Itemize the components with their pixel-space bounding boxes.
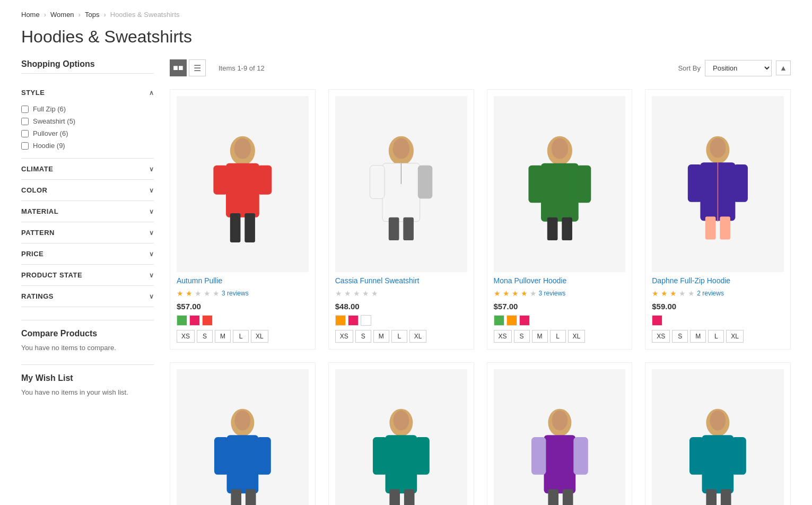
size-s-3[interactable]: S [514, 330, 530, 343]
breadcrumb-home[interactable]: Home [21, 11, 40, 19]
product-name-4[interactable]: Daphne Full-Zip Hoodie [652, 276, 784, 285]
size-xl-4[interactable]: XL [726, 330, 744, 343]
breadcrumb-tops[interactable]: Tops [85, 11, 99, 19]
star-4-3: ★ [670, 289, 677, 298]
product-image-6 [335, 369, 467, 505]
size-xs-3[interactable]: XS [494, 330, 512, 343]
filter-header-ratings[interactable]: RATINGS ∨ [21, 286, 154, 307]
swatch-2-orange[interactable] [335, 315, 346, 326]
filter-option-hoodie[interactable]: Hoodie (9) [21, 140, 154, 152]
swatch-4-pink[interactable] [652, 315, 662, 326]
star-2-1: ★ [335, 289, 342, 298]
size-l-4[interactable]: L [708, 330, 724, 343]
size-m-1[interactable]: M [215, 330, 231, 343]
swatch-1-red[interactable] [202, 315, 213, 326]
filter-section-climate: CLIMATE ∨ [21, 159, 154, 180]
list-view-button[interactable]: ☰ [189, 59, 206, 76]
review-link-1[interactable]: 3 reviews [222, 290, 249, 297]
color-swatches-3 [494, 315, 626, 326]
checkbox-pullover[interactable] [21, 130, 29, 137]
size-xs-4[interactable]: XS [652, 330, 670, 343]
swatch-2-white[interactable] [361, 315, 371, 326]
size-s-2[interactable]: S [355, 330, 371, 343]
filter-header-color[interactable]: COLOR ∨ [21, 180, 154, 201]
svg-rect-46 [531, 438, 546, 475]
swatch-3-pink[interactable] [519, 315, 530, 326]
size-l-1[interactable]: L [233, 330, 249, 343]
size-xs-2[interactable]: XS [335, 330, 353, 343]
checkbox-fullzip[interactable] [21, 106, 29, 113]
size-xs-1[interactable]: XS [177, 330, 195, 343]
svg-rect-1 [226, 163, 259, 217]
size-s-4[interactable]: S [672, 330, 688, 343]
product-figure-1 [177, 126, 309, 242]
product-figure-3 [494, 126, 626, 242]
filter-header-climate[interactable]: CLIMATE ∨ [21, 159, 154, 179]
svg-rect-48 [548, 490, 558, 505]
filter-section-price: PRICE ∨ [21, 243, 154, 265]
breadcrumb-sep-3: › [103, 11, 106, 19]
svg-rect-11 [389, 217, 399, 240]
size-l-3[interactable]: L [550, 330, 566, 343]
grid-view-button[interactable]: ■■ [170, 59, 187, 76]
filter-header-price[interactable]: PRICE ∨ [21, 243, 154, 264]
size-m-4[interactable]: M [690, 330, 706, 343]
review-link-4[interactable]: 2 reviews [697, 290, 724, 297]
star-3-3: ★ [512, 289, 519, 298]
swatch-3-green[interactable] [494, 315, 504, 326]
compare-products-section: Compare Products You have no items to co… [21, 320, 154, 352]
product-name-3[interactable]: Mona Pullover Hoodie [494, 276, 626, 285]
svg-rect-19 [547, 217, 557, 240]
star-1-4: ★ [204, 289, 211, 298]
size-xl-2[interactable]: XL [409, 330, 427, 343]
swatch-1-pink[interactable] [189, 315, 200, 326]
chevron-color-icon: ∨ [149, 187, 154, 194]
review-link-3[interactable]: 3 reviews [539, 290, 566, 297]
svg-rect-38 [385, 436, 417, 494]
breadcrumb-women[interactable]: Women [50, 11, 74, 19]
product-name-2[interactable]: Cassia Funnel Sweatshirt [335, 276, 467, 285]
product-image-5 [177, 369, 309, 505]
filter-header-pattern[interactable]: PATTERN ∨ [21, 222, 154, 243]
svg-rect-17 [528, 165, 543, 203]
breadcrumb-current: Hoodies & Sweatshirts [110, 11, 180, 19]
star-2-3: ★ [353, 289, 360, 298]
filter-header-material[interactable]: MATERIAL ∨ [21, 201, 154, 222]
product-image-3 [494, 96, 626, 272]
product-figure-7 [494, 398, 626, 505]
filter-label-price: PRICE [21, 250, 43, 258]
filter-header-product-state[interactable]: PRODUCT STATE ∨ [21, 265, 154, 285]
size-s-1[interactable]: S [197, 330, 213, 343]
size-buttons-4: XS S M L XL [652, 330, 784, 343]
size-m-2[interactable]: M [373, 330, 389, 343]
filter-header-style[interactable]: STYLE ∧ [21, 82, 154, 103]
swatch-1-green[interactable] [177, 315, 187, 326]
checkbox-hoodie[interactable] [21, 142, 29, 150]
svg-rect-20 [562, 217, 572, 240]
sort-select[interactable]: Position Product Name Price [705, 60, 772, 76]
size-l-2[interactable]: L [391, 330, 407, 343]
sort-asc-button[interactable]: ▲ [776, 60, 791, 75]
filter-section-material: MATERIAL ∨ [21, 201, 154, 222]
size-xl-1[interactable]: XL [251, 330, 268, 343]
filter-option-fullzip[interactable]: Full Zip (6) [21, 103, 154, 115]
filter-option-pullover[interactable]: Pullover (6) [21, 127, 154, 140]
swatch-2-pink[interactable] [348, 315, 359, 326]
items-count: Items 1-9 of 12 [219, 64, 265, 72]
star-1-5: ★ [213, 289, 220, 298]
color-swatches-2 [335, 315, 467, 326]
svg-rect-33 [256, 438, 271, 475]
filter-option-sweatshirt[interactable]: Sweatshirt (5) [21, 115, 154, 127]
size-m-3[interactable]: M [532, 330, 548, 343]
product-card-6: Greta Pullover Hoodie ★ ★ ★ ★ ★ [328, 362, 474, 505]
product-card-4: Daphne Full-Zip Hoodie ★ ★ ★ ★ ★ 2 revie… [645, 89, 791, 350]
chevron-climate-icon: ∨ [149, 166, 154, 173]
svg-point-57 [710, 411, 726, 431]
size-xl-3[interactable]: XL [568, 330, 586, 343]
product-name-1[interactable]: Autumn Pullie [177, 276, 309, 285]
star-4-5: ★ [688, 289, 695, 298]
checkbox-sweatshirt[interactable] [21, 118, 29, 125]
sidebar-title: Shopping Options [21, 59, 154, 74]
swatch-3-orange[interactable] [507, 315, 517, 326]
star-4-1: ★ [652, 289, 659, 298]
